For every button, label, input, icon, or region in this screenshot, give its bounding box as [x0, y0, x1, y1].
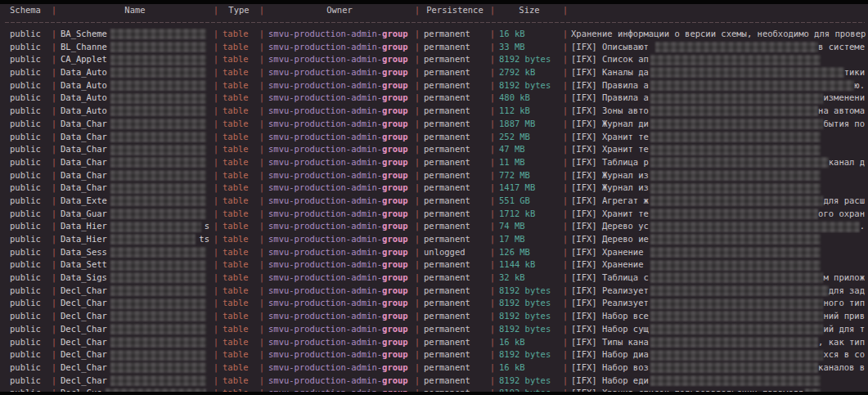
cell-size: 1144 kB [499, 258, 560, 272]
column-separator: | [47, 220, 61, 233]
column-separator: | [411, 323, 424, 336]
owner-text: smvu-production-admin- [268, 375, 382, 388]
description-text: [IFX] Журнал из [571, 182, 649, 195]
cell-schema: public [10, 182, 47, 195]
terminal-screen[interactable]: Schema | Name | Type | Owner | Persisten… [0, 0, 868, 395]
column-separator: | [255, 220, 268, 233]
description-text: [IFX] Журнал ди [571, 118, 649, 131]
column-separator: | [47, 246, 61, 259]
redacted-region [650, 350, 824, 361]
cell-persistence: permanent [424, 28, 486, 41]
cell-persistence: permanent [424, 169, 486, 182]
description-suffix: бытия по [823, 118, 865, 131]
column-separator: | [209, 53, 223, 66]
owner-text: smvu-production-admin- [268, 41, 382, 54]
owner-text: smvu-production-admin- [268, 285, 382, 298]
column-separator: | [411, 310, 424, 323]
cell-persistence: permanent [424, 118, 486, 131]
owner-highlight-match: group [382, 28, 408, 41]
cell-name: Decl_Char [61, 285, 209, 298]
owner-highlight-match: group [382, 92, 408, 105]
table-row: public | Decl_Char | table | smvu-produc… [0, 361, 868, 375]
column-separator: | [486, 41, 499, 54]
description-text: [IFX] Хранение [571, 246, 649, 259]
cell-schema: public [10, 361, 47, 375]
redacted-region [650, 260, 821, 271]
cell-description: [IFX] Журнал из [571, 182, 868, 195]
table-name-text: Data_Char [61, 131, 107, 144]
cell-type: table [223, 28, 255, 41]
redacted-region [110, 105, 206, 116]
column-separator: | [47, 323, 61, 336]
cell-persistence: permanent [424, 41, 486, 54]
owner-text: smvu-production-admin- [268, 336, 382, 349]
table-row: public | Decl_Char | table | smvu-produc… [0, 336, 868, 349]
column-separator: | [47, 105, 61, 118]
cell-description: [IFX] Агрегат ждля расш [571, 195, 868, 208]
description-suffix: ого охран [818, 208, 865, 221]
column-separator: | [255, 348, 268, 361]
column-separator: | [255, 272, 268, 285]
cell-persistence: permanent [424, 375, 486, 388]
table-row: public | Data_Hiers | table | smvu-produ… [0, 220, 868, 233]
description-text: [IFX] Каналы да [571, 66, 649, 79]
column-separator: | [411, 169, 424, 182]
table-name-text: Data_Sett [61, 258, 107, 272]
owner-highlight-match: group [382, 336, 408, 349]
redacted-region [650, 157, 829, 168]
column-separator: | [486, 208, 499, 221]
table-name-text: Data_Hier [61, 220, 107, 233]
column-separator: | [560, 310, 571, 323]
owner-highlight-match: group [382, 182, 408, 195]
cell-type: table [223, 79, 255, 92]
table-row: public | Decl_Char | table | smvu-produc… [0, 285, 868, 298]
owner-text: smvu-production-admin- [268, 233, 382, 246]
column-separator: | [47, 118, 61, 131]
column-separator: | [255, 66, 268, 79]
column-separator: | [209, 4, 223, 17]
table-row: public | Data_Hierts | table | smvu-prod… [0, 233, 868, 246]
cell-description: [IFX] Таблица см прилож [571, 272, 868, 285]
redacted-region [650, 222, 860, 232]
table-name-text: Data_Auto [61, 105, 107, 118]
redacted-region [650, 183, 821, 194]
description-text: [IFX] Таблица р [571, 156, 649, 169]
table-name-text: Data_Sigs [61, 272, 107, 285]
cell-schema: public [10, 28, 47, 41]
column-separator: | [560, 208, 571, 221]
cell-type: table [223, 258, 255, 272]
column-separator: | [209, 79, 223, 92]
cell-owner: smvu-production-admin-group [268, 79, 411, 92]
column-separator: | [560, 258, 571, 272]
column-separator: | [209, 28, 223, 41]
redacted-region [110, 132, 206, 142]
column-separator: | [486, 131, 499, 144]
column-separator: | [486, 297, 499, 310]
column-separator: | [486, 285, 499, 298]
cell-schema: public [10, 41, 47, 54]
table-name-text: Data_Char [61, 182, 107, 195]
redacted-region [650, 337, 818, 348]
column-separator: | [209, 143, 223, 156]
redacted-region [655, 42, 818, 52]
table-row: public | BL_Channe | table | smvu-produc… [0, 41, 868, 54]
column-separator: | [255, 208, 268, 221]
cell-type: table [223, 297, 255, 310]
column-separator: | [255, 182, 268, 195]
table-name-text: Data_Exte [61, 195, 107, 208]
column-separator: | [209, 348, 223, 361]
cell-type: table [223, 336, 255, 349]
cell-owner: smvu-production-admin-group [268, 272, 411, 285]
redacted-region [110, 42, 206, 52]
column-separator: | [209, 195, 223, 208]
column-separator: | [255, 105, 268, 118]
column-separator: | [209, 375, 223, 388]
column-separator: | [255, 361, 268, 375]
column-separator: | [411, 66, 424, 79]
owner-highlight-match: group [382, 66, 408, 79]
table-row: public | Decl_Char | table | smvu-produc… [0, 297, 868, 310]
owner-text: smvu-production-admin- [268, 182, 382, 195]
column-separator: | [486, 361, 499, 375]
owner-text: smvu-production-admin- [268, 323, 382, 336]
table-row: public | Data_Char | table | smvu-produc… [0, 182, 868, 195]
